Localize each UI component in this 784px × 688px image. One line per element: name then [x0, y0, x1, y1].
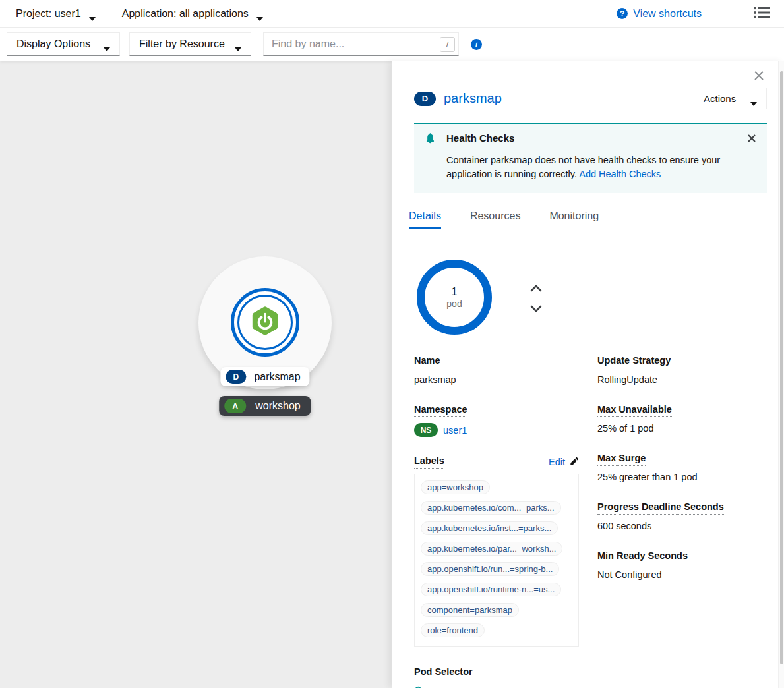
deployment-node-parksmap[interactable] [231, 288, 299, 357]
field-namespace: Namespace NS user1 [414, 403, 579, 437]
labels-label[interactable]: Labels [414, 455, 444, 469]
tab-resources[interactable]: Resources [470, 205, 520, 229]
info-circle-icon[interactable]: i [471, 39, 482, 50]
application-name: workshop [255, 400, 300, 412]
pod-count: 1 [452, 286, 458, 298]
alert-title: Health Checks [446, 132, 747, 144]
deployment-node-ring [237, 295, 293, 350]
caret-down-icon [104, 42, 110, 46]
max-unavailable-value: 25% of 1 pod [597, 423, 767, 434]
min-ready-value: Not Configured [597, 569, 767, 580]
labels-list: app=workshop app.kubernetes.io/com...=pa… [414, 474, 579, 647]
project-selector-label: Project: user1 [16, 8, 81, 20]
max-surge-label[interactable]: Max Surge [597, 453, 646, 466]
display-options-dropdown[interactable]: Display Options [7, 32, 120, 56]
list-view-toggle-icon[interactable] [753, 5, 771, 22]
label-chip[interactable]: role=frontend [421, 623, 485, 637]
scrollbar-thumb[interactable] [780, 71, 783, 664]
pencil-icon [570, 457, 579, 468]
tab-monitoring[interactable]: Monitoring [549, 205, 599, 229]
label-chip[interactable]: app=workshop [421, 480, 490, 494]
application-badge: A [224, 399, 246, 413]
display-options-label: Display Options [16, 38, 90, 50]
application-group-label-workshop[interactable]: A workshop [219, 396, 311, 416]
update-strategy-value: RollingUpdate [597, 374, 767, 385]
panel-title[interactable]: parksmap [444, 91, 502, 106]
field-progress-deadline: Progress Deadline Seconds 600 seconds [597, 501, 767, 531]
details-right-column: Update Strategy RollingUpdate Max Unavai… [597, 355, 767, 688]
progress-deadline-label[interactable]: Progress Deadline Seconds [597, 502, 724, 515]
chevron-down-icon [89, 12, 96, 16]
actions-label: Actions [704, 93, 736, 104]
deployment-badge: D [414, 92, 436, 106]
view-shortcuts-label: View shortcuts [633, 8, 702, 20]
name-label[interactable]: Name [414, 355, 440, 368]
namespace-badge: NS [414, 423, 438, 437]
find-by-name-input[interactable] [263, 32, 459, 56]
label-chip[interactable]: component=parksmap [421, 603, 519, 617]
namespace-label[interactable]: Namespace [414, 404, 467, 417]
name-value: parksmap [414, 374, 579, 385]
update-strategy-label[interactable]: Update Strategy [597, 355, 671, 368]
context-bar: Project: user1 Application: all applicat… [0, 0, 784, 28]
slash-shortcut-badge: / [440, 37, 455, 52]
field-max-unavailable: Max Unavailable 25% of 1 pod [597, 403, 767, 434]
question-circle-icon: ? [617, 8, 628, 19]
field-name: Name parksmap [414, 355, 579, 385]
caret-down-icon [235, 42, 241, 46]
caret-down-icon [750, 97, 757, 101]
label-chip[interactable]: app.openshift.io/run...=spring-b... [421, 562, 559, 576]
namespace-link[interactable]: user1 [443, 425, 467, 436]
field-labels: Labels Edit app=workshop app.ku [414, 455, 579, 647]
view-shortcuts-link[interactable]: ? View shortcuts [617, 8, 702, 20]
application-selector[interactable]: Application: all applications [122, 8, 263, 20]
max-surge-value: 25% greater than 1 pod [597, 472, 767, 482]
filter-by-resource-dropdown[interactable]: Filter by Resource [129, 32, 251, 56]
pod-selector-label[interactable]: Pod Selector [414, 666, 473, 679]
panel-close-icon[interactable] [752, 69, 766, 82]
field-pod-selector: Pod Selector app=parksmap [414, 666, 579, 688]
deployment-badge: D [226, 370, 246, 384]
tab-details[interactable]: Details [409, 205, 441, 229]
field-min-ready: Min Ready Seconds Not Configured [597, 550, 767, 580]
health-checks-alert: Health Checks Container parksmap does no… [414, 123, 767, 193]
min-ready-label[interactable]: Min Ready Seconds [597, 550, 688, 563]
node-name: parksmap [254, 371, 300, 383]
details-left-column: Name parksmap Namespace NS user1 Labels … [414, 355, 579, 688]
topology-toolbar: Display Options Filter by Resource / i [0, 28, 784, 61]
field-max-surge: Max Surge 25% greater than 1 pod [597, 452, 767, 482]
scale-up-icon[interactable] [530, 283, 542, 291]
field-update-strategy: Update Strategy RollingUpdate [597, 355, 767, 385]
alert-close-icon[interactable] [747, 134, 756, 143]
filter-by-resource-label: Filter by Resource [139, 38, 225, 50]
spring-boot-icon [249, 305, 281, 339]
scale-down-icon[interactable] [530, 304, 542, 312]
pod-unit-label: pod [446, 299, 462, 309]
edit-label: Edit [549, 457, 565, 467]
label-chip[interactable]: app.kubernetes.io/com...=parks... [421, 501, 561, 515]
max-unavailable-label[interactable]: Max Unavailable [597, 404, 672, 417]
resource-side-panel: D parksmap Actions Health Checks [392, 61, 784, 688]
panel-scrollbar[interactable] [778, 61, 784, 688]
label-chip[interactable]: app.kubernetes.io/par...=worksh... [421, 542, 562, 556]
bell-icon [425, 132, 436, 147]
panel-tabs: Details Resources Monitoring [392, 205, 784, 229]
application-selector-label: Application: all applications [122, 8, 249, 20]
add-health-checks-link[interactable]: Add Health Checks [579, 169, 661, 179]
label-chip[interactable]: app.openshift.io/runtime-n...=us... [421, 583, 561, 596]
chevron-down-icon [256, 12, 263, 16]
label-chip[interactable]: app.kubernetes.io/inst...=parks... [421, 521, 558, 535]
progress-deadline-value: 600 seconds [597, 521, 767, 531]
actions-dropdown[interactable]: Actions [694, 88, 767, 109]
pod-donut-chart[interactable]: 1 pod [415, 258, 493, 336]
edit-labels-button[interactable]: Edit [549, 457, 579, 468]
project-selector[interactable]: Project: user1 [16, 8, 96, 20]
node-label-parksmap[interactable]: D parksmap [220, 367, 309, 386]
